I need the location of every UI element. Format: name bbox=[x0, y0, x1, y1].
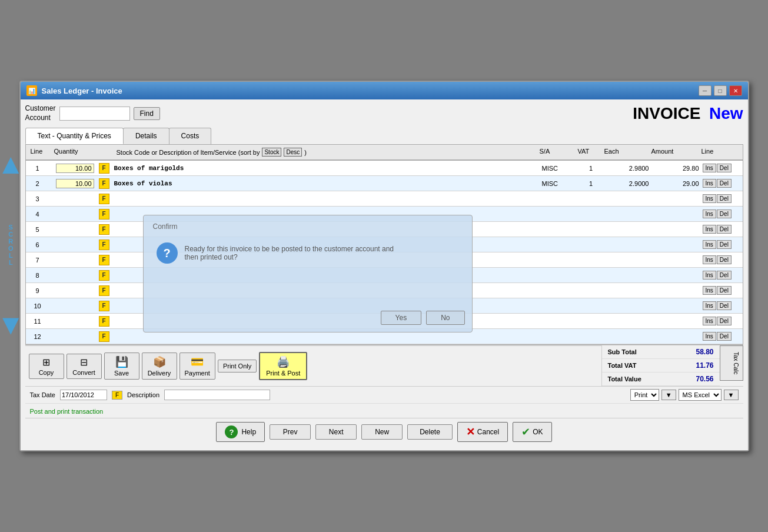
ins-button[interactable]: Ins bbox=[703, 164, 716, 172]
total-value: 70.56 bbox=[679, 375, 714, 383]
tab-text-quantity-prices[interactable]: Text - Quantity & Prices bbox=[25, 128, 124, 144]
del-button[interactable]: Del bbox=[717, 164, 732, 172]
quantity-input[interactable] bbox=[56, 179, 94, 188]
find-button[interactable]: Find bbox=[134, 107, 160, 120]
row-ins-del: Ins Del bbox=[701, 254, 743, 265]
print-post-button[interactable]: 🖨️ Print & Post bbox=[259, 352, 307, 380]
row-vat bbox=[578, 305, 604, 307]
confirm-no-button[interactable]: No bbox=[426, 311, 464, 325]
print-select[interactable]: Print bbox=[630, 389, 659, 401]
ins-button[interactable]: Ins bbox=[703, 194, 716, 203]
quantity-input[interactable] bbox=[56, 164, 94, 173]
sub-total-value: 58.80 bbox=[679, 348, 714, 356]
ins-button[interactable]: Ins bbox=[703, 301, 716, 310]
ins-button[interactable]: Ins bbox=[703, 317, 716, 325]
scroll-down-arrow[interactable]: ▼ bbox=[0, 311, 25, 339]
delete-button[interactable]: Delete bbox=[407, 424, 453, 440]
del-button[interactable]: Del bbox=[717, 317, 732, 325]
print-only-button[interactable]: Print Only bbox=[218, 360, 257, 373]
row-ins-del: Ins Del bbox=[701, 300, 743, 311]
ok-button[interactable]: ✔ OK bbox=[513, 422, 551, 442]
tax-calc-button[interactable]: Tax Calc bbox=[720, 345, 743, 381]
del-button[interactable]: Del bbox=[717, 332, 732, 341]
delivery-button[interactable]: 📦 Delivery bbox=[142, 353, 177, 380]
row-line: 12 bbox=[26, 332, 49, 341]
minimize-button[interactable]: ─ bbox=[699, 85, 712, 96]
sort-desc-button[interactable]: Desc bbox=[284, 148, 302, 157]
confirm-dialog: Confirm ? Ready for this invoice to be b… bbox=[143, 215, 473, 332]
del-button[interactable]: Del bbox=[717, 225, 732, 234]
f-badge: F bbox=[99, 224, 109, 235]
ins-button[interactable]: Ins bbox=[703, 210, 716, 218]
scroll-label-s: S bbox=[9, 224, 13, 231]
col-vat: VAT bbox=[576, 147, 602, 158]
confirm-yes-button[interactable]: Yes bbox=[381, 311, 422, 325]
ins-button[interactable]: Ins bbox=[703, 255, 716, 264]
save-button[interactable]: 💾 Save bbox=[104, 353, 139, 380]
row-quantity bbox=[49, 335, 97, 338]
copy-button[interactable]: ⊞ Copy bbox=[29, 354, 64, 379]
del-button[interactable]: Del bbox=[717, 301, 732, 310]
del-button[interactable]: Del bbox=[717, 210, 732, 218]
row-f: F bbox=[97, 192, 112, 205]
tax-date-input[interactable] bbox=[60, 390, 107, 400]
scroll-label-l1: L bbox=[9, 252, 13, 259]
row-amount bbox=[651, 213, 701, 215]
ins-button[interactable]: Ins bbox=[703, 240, 716, 249]
ins-button[interactable]: Ins bbox=[703, 332, 716, 341]
summary-values: Sub Total 58.80 Total VAT 11.76 Total Va… bbox=[601, 345, 720, 386]
f-badge: F bbox=[99, 255, 109, 265]
close-button[interactable]: ✕ bbox=[729, 85, 742, 96]
total-vat-label: Total VAT bbox=[608, 362, 637, 369]
status-bar: Post and print transaction bbox=[25, 403, 743, 418]
scroll-up-arrow[interactable]: ▲ bbox=[0, 150, 25, 178]
ins-button[interactable]: Ins bbox=[703, 179, 716, 188]
col-f bbox=[99, 147, 114, 158]
maximize-button[interactable]: □ bbox=[714, 85, 727, 96]
ins-button[interactable]: Ins bbox=[703, 271, 716, 280]
row-quantity bbox=[49, 178, 97, 189]
sort-stock-button[interactable]: Stock bbox=[262, 148, 281, 157]
f-button[interactable]: F bbox=[112, 391, 122, 400]
payment-button[interactable]: 💳 Payment bbox=[179, 353, 215, 380]
row-each bbox=[604, 244, 651, 246]
scroll-column: ▲ S C R O L L ▼ bbox=[0, 144, 25, 345]
confirm-icon: ? bbox=[157, 242, 178, 264]
cancel-button[interactable]: ✕ Cancel bbox=[457, 422, 508, 442]
del-button[interactable]: Del bbox=[717, 271, 732, 280]
convert-button[interactable]: ⊟ Convert bbox=[67, 354, 102, 379]
excel-select[interactable]: MS Excel bbox=[679, 389, 722, 401]
row-description: Boxes of violas bbox=[112, 179, 540, 188]
description-input[interactable] bbox=[164, 390, 270, 400]
f-badge: F bbox=[99, 194, 109, 204]
new-button[interactable]: New bbox=[361, 424, 403, 440]
help-button[interactable]: ? Help bbox=[216, 422, 265, 442]
del-button[interactable]: Del bbox=[717, 194, 732, 203]
row-description bbox=[112, 198, 540, 200]
confirm-title: Confirm bbox=[151, 222, 178, 231]
tab-costs[interactable]: Costs bbox=[169, 128, 212, 144]
row-amount bbox=[651, 228, 701, 231]
row-f: F bbox=[97, 208, 112, 221]
tab-details[interactable]: Details bbox=[123, 128, 169, 144]
excel-dropdown-button[interactable]: ▼ bbox=[724, 390, 739, 400]
next-button[interactable]: Next bbox=[315, 424, 357, 440]
print-dropdown-button[interactable]: ▼ bbox=[661, 390, 676, 400]
description-label: Description bbox=[127, 391, 159, 398]
prev-button[interactable]: Prev bbox=[270, 424, 311, 440]
f-badge: F bbox=[99, 316, 109, 327]
customer-account-input[interactable] bbox=[59, 107, 130, 121]
table-header: Line Quantity Stock Code or Description … bbox=[26, 145, 743, 161]
ins-button[interactable]: Ins bbox=[703, 286, 716, 295]
del-button[interactable]: Del bbox=[717, 179, 732, 188]
row-line: 11 bbox=[26, 317, 49, 326]
del-button[interactable]: Del bbox=[717, 240, 732, 249]
ins-button[interactable]: Ins bbox=[703, 225, 716, 234]
del-button[interactable]: Del bbox=[717, 286, 732, 295]
col-description: Stock Code or Description of Item/Servic… bbox=[114, 147, 537, 158]
del-button[interactable]: Del bbox=[717, 255, 732, 264]
row-quantity bbox=[49, 274, 97, 277]
f-badge: F bbox=[99, 270, 109, 281]
row-quantity bbox=[49, 320, 97, 322]
row-description bbox=[112, 335, 540, 338]
